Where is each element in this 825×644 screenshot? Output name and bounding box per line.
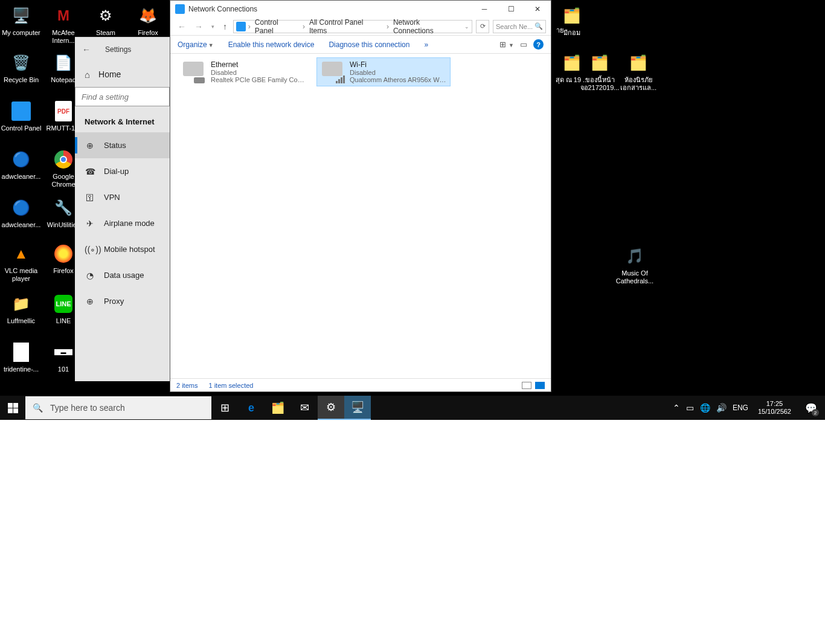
taskbar-mail[interactable]: ✉: [291, 396, 318, 420]
search-placeholder: Type here to search: [50, 403, 125, 413]
airplane-icon: ✈: [85, 219, 95, 228]
search-box[interactable]: Search Ne... 🔍: [493, 20, 546, 33]
tray-overflow-icon[interactable]: ⌃: [673, 403, 680, 413]
vpn-icon: ⚿: [85, 193, 95, 202]
proxy-icon: ⊕: [85, 297, 95, 306]
view-details-icon[interactable]: [522, 382, 531, 389]
desktop-icon-right5[interactable]: าย: [551, 27, 569, 34]
window-title: Network Connections: [188, 5, 471, 13]
selected-count: 1 item selected: [208, 382, 253, 389]
window-icon: [175, 4, 185, 14]
tray-language[interactable]: ENG: [733, 404, 748, 412]
path-drop-icon[interactable]: ⌄: [464, 24, 469, 30]
preview-pane-icon[interactable]: ▭: [520, 40, 527, 49]
adapter-device: Realtek PCIe GBE Family Controller: [211, 76, 307, 83]
taskbar-explorer[interactable]: 🗂️: [265, 396, 291, 420]
desktop-icon-control-panel[interactable]: Control Panel: [0, 100, 42, 132]
address-bar: ← → ▾ ↑ › Control Panel › All Control Pa…: [170, 18, 551, 36]
desktop-icon-adwcleaner2[interactable]: 🔵adwcleaner...: [0, 197, 42, 229]
path-icon: [236, 22, 246, 31]
tray-time: 17:25: [758, 400, 791, 408]
nav-proxy[interactable]: ⊕Proxy: [75, 288, 170, 314]
settings-window: ← Settings ⌂ Home Network & Internet ⊕St…: [75, 37, 170, 381]
view-tiles-icon[interactable]: [535, 382, 545, 389]
wifi-icon: [321, 59, 346, 85]
desktop-icon-luffmellic[interactable]: 📁Luffmellic: [0, 293, 42, 325]
tray-network-icon[interactable]: 🌐: [700, 403, 710, 413]
nav-status[interactable]: ⊕Status: [75, 132, 170, 158]
taskbar-network-connections[interactable]: 🖥️: [344, 396, 371, 420]
notif-badge: 2: [812, 409, 819, 416]
tray-date: 15/10/2562: [758, 408, 791, 416]
breadcrumb-seg-1[interactable]: All Control Panel Items: [307, 18, 384, 35]
nav-datausage[interactable]: ◔Data usage: [75, 262, 170, 288]
taskbar: 🔍 Type here to search ⊞ e 🗂️ ✉ ⚙ 🖥️ ⌃ ▭ …: [0, 396, 825, 420]
desktop-icon-my-computer[interactable]: 🖥️My computer: [0, 5, 42, 37]
help-icon[interactable]: ?: [533, 39, 544, 50]
close-button[interactable]: ✕: [524, 1, 551, 18]
taskbar-settings[interactable]: ⚙: [318, 396, 344, 420]
breadcrumb-sep: ›: [247, 22, 252, 31]
network-connections-window: Network Connections ─ ☐ ✕ ← → ▾ ↑ › Cont…: [170, 0, 551, 392]
organize-button[interactable]: Organize▼: [178, 40, 214, 49]
notifications-button[interactable]: 💬2: [801, 396, 821, 420]
refresh-button[interactable]: ⟳: [476, 20, 489, 33]
nav-dropdown-icon[interactable]: ▾: [209, 24, 217, 30]
desktop-icon-adwcleaner1[interactable]: 🔵adwcleaner...: [0, 149, 42, 181]
enable-button[interactable]: Enable this network device: [228, 40, 315, 49]
category-header: Network & Internet: [75, 115, 170, 132]
nav-up-icon[interactable]: ↑: [220, 22, 230, 31]
nav-hotspot[interactable]: ((∘))Mobile hotspot: [75, 236, 170, 262]
desktop-icon-right3[interactable]: 🗂️ห้องนิรภัย เอกสารแล...: [617, 52, 660, 92]
nav-dialup[interactable]: ☎Dial-up: [75, 158, 170, 184]
desktop-icon-tridentine[interactable]: tridentine-...: [0, 341, 42, 373]
home-icon: ⌂: [85, 69, 90, 80]
taskbar-edge[interactable]: e: [238, 396, 265, 420]
view-options-icon[interactable]: ⊞ ▼: [499, 40, 514, 49]
breadcrumb-seg-0[interactable]: Control Panel: [253, 18, 300, 35]
search-icon: 🔍: [33, 403, 43, 413]
adapter-wifi[interactable]: Wi-Fi Disabled Qualcomm Atheros AR956x W…: [316, 57, 451, 86]
adapter-ethernet[interactable]: Ethernet Disabled Realtek PCIe GBE Famil…: [178, 57, 312, 86]
diagnose-button[interactable]: Diagnose this connection: [329, 40, 409, 49]
titlebar: Network Connections ─ ☐ ✕: [170, 1, 551, 18]
content-area[interactable]: Ethernet Disabled Realtek PCIe GBE Famil…: [170, 54, 551, 378]
settings-title: Settings: [105, 45, 131, 54]
start-button[interactable]: [0, 396, 25, 420]
maximize-button[interactable]: ☐: [498, 1, 524, 18]
breadcrumb-sep: ›: [385, 22, 390, 31]
toolbar: Organize▼ Enable this network device Dia…: [170, 36, 551, 54]
items-count: 2 items: [176, 382, 197, 389]
data-icon: ◔: [85, 271, 95, 280]
nav-back-icon[interactable]: ←: [175, 22, 188, 31]
ethernet-icon: [182, 59, 207, 85]
dialup-icon: ☎: [85, 167, 95, 176]
desktop-icon-vlc[interactable]: ▲VLC media player: [0, 243, 42, 283]
desktop-icon-recycle-bin[interactable]: 🗑️Recycle Bin: [0, 52, 42, 84]
dropdown-icon: ▼: [208, 42, 214, 48]
windows-icon: [8, 403, 18, 413]
tray-volume-icon[interactable]: 🔊: [716, 403, 727, 413]
more-button[interactable]: »: [424, 40, 428, 49]
nav-vpn[interactable]: ⚿VPN: [75, 184, 170, 210]
settings-search-input[interactable]: [75, 87, 170, 106]
minimize-button[interactable]: ─: [471, 1, 498, 18]
desktop-icon-music[interactable]: 🎵Music Of Cathedrals...: [614, 245, 656, 285]
search-placeholder: Search Ne...: [496, 23, 533, 30]
task-view-button[interactable]: ⊞: [211, 396, 238, 420]
breadcrumb-seg-2[interactable]: Network Connections: [391, 18, 463, 35]
nav-airplane[interactable]: ✈Airplane mode: [75, 210, 170, 236]
nav-forward-icon[interactable]: →: [192, 22, 205, 31]
desktop-icon-steam[interactable]: ⚙Steam: [85, 5, 127, 37]
home-label: Home: [98, 69, 121, 79]
home-button[interactable]: ⌂ Home: [75, 62, 170, 87]
desktop-icon-right2[interactable]: 🗂️ของนี้หน้า จอ2172019...: [579, 52, 621, 92]
tray-clock[interactable]: 17:25 15/10/2562: [754, 400, 795, 416]
taskbar-search[interactable]: 🔍 Type here to search: [25, 396, 211, 419]
tray-battery-icon[interactable]: ▭: [686, 403, 694, 413]
breadcrumb[interactable]: › Control Panel › All Control Panel Item…: [233, 20, 472, 33]
back-icon[interactable]: ←: [82, 45, 91, 54]
settings-header: ← Settings: [75, 37, 170, 62]
breadcrumb-sep: ›: [301, 22, 306, 31]
adapter-name: Wi-Fi: [350, 60, 446, 69]
